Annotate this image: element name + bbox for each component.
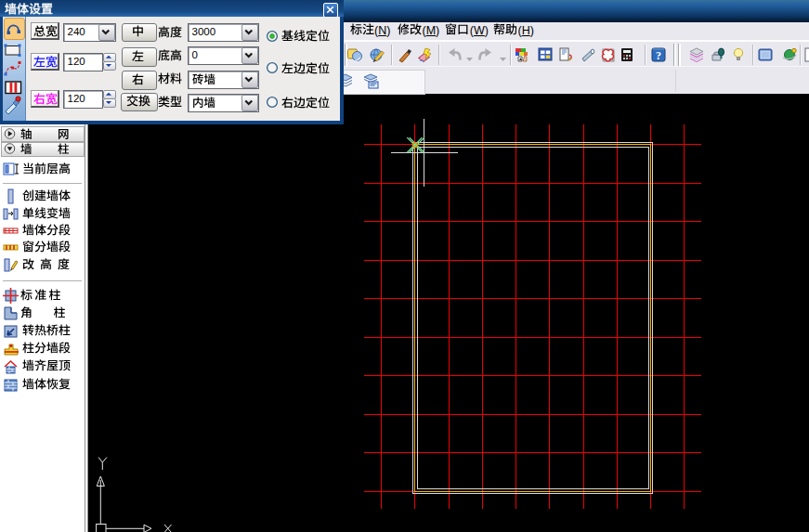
svg-text:?: ?	[656, 49, 661, 62]
